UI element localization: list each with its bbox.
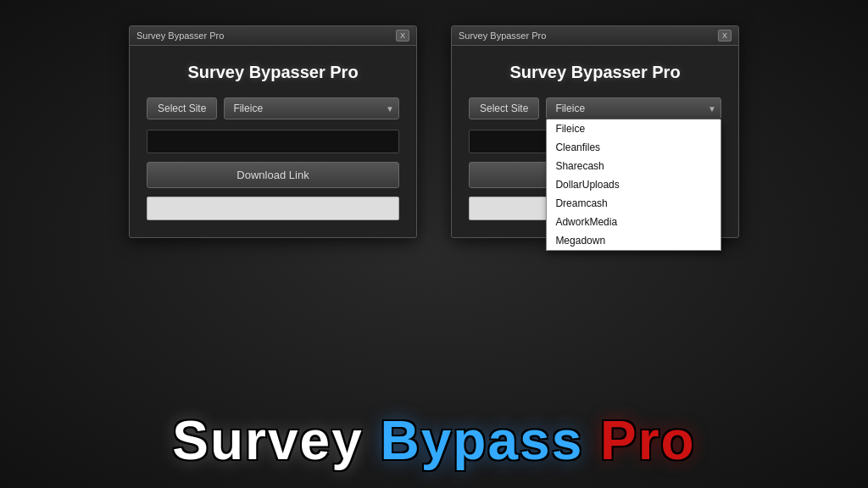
- bottom-title: Survey Bypass Pro: [0, 413, 868, 468]
- controls-row-2: Select Site Fileice ▼ Fileice Cleanfiles…: [469, 97, 721, 119]
- window-title-2: Survey Bypasser Pro: [459, 30, 546, 41]
- dropdown-container-1: Fileice ▼: [224, 97, 399, 119]
- select-site-button-2[interactable]: Select Site: [469, 97, 539, 119]
- title-pro: Pro: [600, 410, 696, 471]
- dropdown-item-sharecash[interactable]: Sharecash: [547, 157, 721, 175]
- controls-row-1: Select Site Fileice ▼: [147, 97, 399, 119]
- window-body-1: Survey Bypasser Pro Select Site Fileice …: [130, 46, 416, 237]
- select-site-button-1[interactable]: Select Site: [147, 97, 217, 119]
- dropdown-item-megadown[interactable]: Megadown: [547, 231, 721, 250]
- window-title-1: Survey Bypasser Pro: [136, 30, 224, 41]
- download-button-1[interactable]: Download Link: [147, 162, 399, 188]
- dropdown-container-2: Fileice ▼ Fileice Cleanfiles Sharecash D…: [546, 97, 721, 119]
- dropdown-item-dreamcash[interactable]: Dreamcash: [547, 194, 721, 213]
- dropdown-item-adworkmedia[interactable]: AdworkMedia: [547, 213, 721, 231]
- title-survey: Survey: [172, 410, 380, 471]
- title-bypass: Bypass: [381, 410, 600, 471]
- url-input-1[interactable]: [147, 130, 399, 153]
- close-button-2[interactable]: X: [718, 30, 732, 42]
- titlebar-1: Survey Bypasser Pro X: [130, 26, 416, 46]
- dropdown-item-cleanfiles[interactable]: Cleanfiles: [547, 138, 721, 157]
- app-window-2: Survey Bypasser Pro X Survey Bypasser Pr…: [451, 25, 739, 238]
- close-button-1[interactable]: X: [396, 30, 409, 42]
- titlebar-2: Survey Bypasser Pro X: [452, 26, 738, 46]
- dropdown-display-1[interactable]: Fileice: [224, 97, 399, 119]
- windows-row: Survey Bypasser Pro X Survey Bypasser Pr…: [129, 25, 739, 238]
- dropdown-display-2[interactable]: Fileice: [546, 97, 721, 119]
- dropdown-menu-2: Fileice Cleanfiles Sharecash DollarUploa…: [546, 119, 721, 251]
- window-body-2: Survey Bypasser Pro Select Site Fileice …: [452, 46, 738, 237]
- result-bar-1: [147, 197, 399, 220]
- dropdown-item-fileice[interactable]: Fileice: [547, 119, 721, 138]
- app-window-1: Survey Bypasser Pro X Survey Bypasser Pr…: [129, 25, 417, 238]
- app-title-2: Survey Bypasser Pro: [469, 63, 721, 82]
- dropdown-item-dollaruploads[interactable]: DollarUploads: [547, 175, 721, 194]
- app-title-1: Survey Bypasser Pro: [147, 63, 399, 82]
